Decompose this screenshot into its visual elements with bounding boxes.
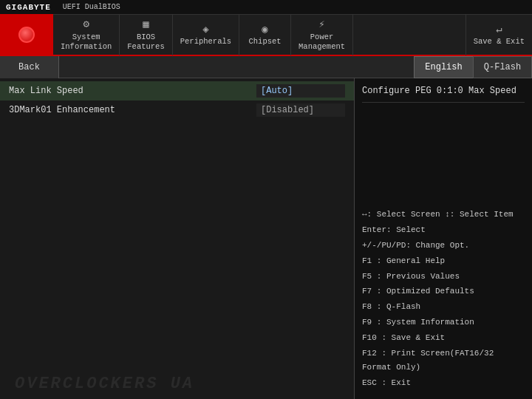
key-code: Enter: Select bbox=[362, 225, 426, 234]
key-line: F1 : General Help bbox=[362, 254, 525, 269]
nav-power-management-label: PowerManagement bbox=[299, 33, 345, 51]
key-line: F9 : System Information bbox=[362, 316, 525, 330]
key-code: F7 : Optimized Defaults bbox=[362, 287, 474, 296]
peripherals-icon: ◈ bbox=[199, 23, 212, 35]
nav-bar: ⚙ SystemInformation ▦ BIOSFeatures ◈ Per… bbox=[0, 15, 532, 56]
top-bar: GIGABYTE UEFI DualBIOS bbox=[0, 0, 532, 15]
nav-bios-features-label: BIOSFeatures bbox=[127, 33, 164, 51]
key-code: F5 : Previous Values bbox=[362, 272, 460, 281]
key-code: F12 : Print Screen(FAT16/32 Format Only) bbox=[362, 349, 494, 372]
gigabyte-logo: GIGABYTE bbox=[6, 3, 51, 12]
key-code: F10 : Save & Exit bbox=[362, 333, 445, 342]
key-line: F12 : Print Screen(FAT16/32 Format Only) bbox=[362, 347, 525, 376]
setting-label: Max Link Speed bbox=[9, 86, 256, 96]
save-exit-icon: ↵ bbox=[492, 23, 505, 35]
left-panel: Max Link Speed [Auto] 3DMark01 Enhanceme… bbox=[0, 78, 355, 399]
nav-bios-features[interactable]: ▦ BIOSFeatures bbox=[120, 14, 172, 55]
right-panel: Configure PEG 0:1:0 Max Speed ↔: Select … bbox=[355, 78, 532, 399]
key-code: F8 : Q-Flash bbox=[362, 302, 420, 311]
power-icon: ⚡ bbox=[316, 18, 329, 30]
key-code: +/-/PU/PD: Change Opt. bbox=[362, 241, 469, 250]
key-line: F7 : Optimized Defaults bbox=[362, 284, 525, 299]
nav-peripherals[interactable]: ◈ Peripherals bbox=[173, 14, 239, 55]
key-line: F5 : Previous Values bbox=[362, 270, 525, 284]
table-row[interactable]: 3DMark01 Enhancement [Disabled] bbox=[0, 100, 354, 120]
nav-chipset-label: Chipset bbox=[248, 37, 281, 47]
key-code: ESC : Exit bbox=[362, 378, 411, 387]
key-code: F1 : General Help bbox=[362, 256, 445, 265]
mit-circle-icon bbox=[18, 27, 35, 43]
setting-value: [Auto] bbox=[256, 84, 345, 98]
config-description: Configure PEG 0:1:0 Max Speed bbox=[362, 86, 525, 103]
uefi-label: UEFI DualBIOS bbox=[63, 3, 120, 11]
key-line: Enter: Select bbox=[362, 223, 525, 238]
back-button[interactable]: Back bbox=[0, 56, 59, 78]
system-information-icon: ⚙ bbox=[80, 18, 93, 30]
bios-features-icon: ▦ bbox=[140, 18, 153, 30]
key-line: +/-/PU/PD: Change Opt. bbox=[362, 239, 525, 253]
key-line: F8 : Q-Flash bbox=[362, 300, 525, 315]
language-button[interactable]: English bbox=[414, 56, 473, 78]
chipset-icon: ◉ bbox=[259, 23, 272, 35]
qflash-button[interactable]: Q-Flash bbox=[473, 56, 532, 78]
nav-power-management[interactable]: ⚡ PowerManagement bbox=[291, 14, 353, 55]
key-line: F10 : Save & Exit bbox=[362, 331, 525, 346]
key-line: ↔: Select Screen ↕: Select Item bbox=[362, 208, 525, 222]
nav-system-information-label: SystemInformation bbox=[61, 33, 112, 51]
nav-save-exit-label: Save & Exit bbox=[474, 37, 525, 47]
setting-value: [Disabled] bbox=[256, 103, 345, 117]
main-content: Max Link Speed [Auto] 3DMark01 Enhanceme… bbox=[0, 78, 532, 399]
table-row[interactable]: Max Link Speed [Auto] bbox=[0, 81, 354, 100]
key-code: F9 : System Information bbox=[362, 318, 474, 327]
nav-save-exit[interactable]: ↵ Save & Exit bbox=[466, 14, 532, 55]
key-code: ↔: Select Screen ↕: Select Item bbox=[362, 210, 514, 219]
nav-system-information[interactable]: ⚙ SystemInformation bbox=[53, 14, 120, 55]
key-line: ESC : Exit bbox=[362, 376, 525, 391]
mit-button[interactable] bbox=[0, 14, 53, 55]
nav-chipset[interactable]: ◉ Chipset bbox=[239, 14, 291, 55]
key-help: ↔: Select Screen ↕: Select Item Enter: S… bbox=[362, 208, 525, 392]
nav-peripherals-label: Peripherals bbox=[180, 37, 231, 47]
action-bar: Back English Q-Flash bbox=[0, 56, 532, 78]
setting-label: 3DMark01 Enhancement bbox=[9, 105, 256, 115]
